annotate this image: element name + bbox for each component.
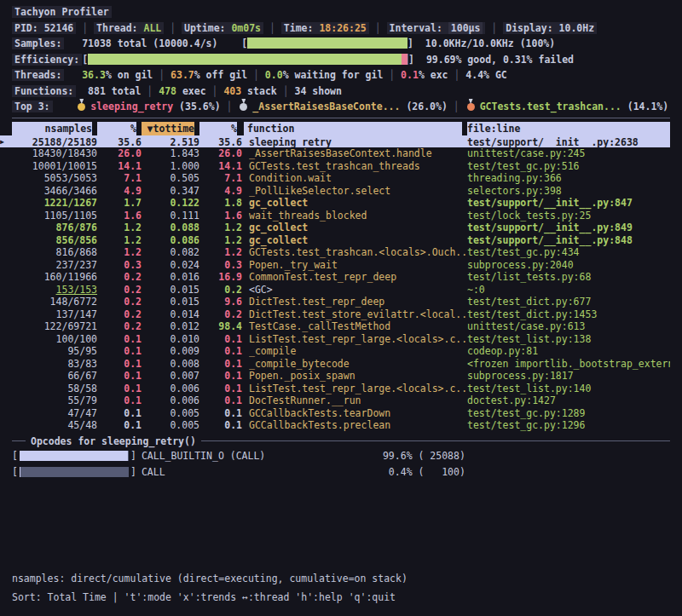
- samples-label: Samples:: [12, 37, 64, 49]
- cell-file-line: doctest.py:1427: [467, 394, 670, 407]
- table-row[interactable]: 816/8681.20.0821.2GCTests.test_trashcan.…: [0, 246, 670, 259]
- cell-tottime: 0.015: [142, 296, 199, 308]
- cell-nsamples: 25188/25189: [12, 136, 97, 148]
- cell-file-line: subprocess.py:2040: [467, 259, 670, 272]
- table-row[interactable]: 55/790.10.0060.1DocTestRunner.__rundocte…: [0, 394, 670, 407]
- footer-shortcuts: Sort: Total Time | 't':mode 'x':trends ↔…: [12, 588, 407, 607]
- table-row[interactable]: 58/580.10.0060.1ListTest.test_repr_large…: [0, 383, 670, 395]
- opcodes-rule-right: [201, 440, 670, 441]
- row-gutter: [0, 210, 12, 222]
- cell-tottime: 0.024: [142, 259, 199, 272]
- threads-line: Threads: 36.3% on gil │ 63.7% off gil │ …: [12, 67, 682, 83]
- column-header-function[interactable]: function: [244, 122, 462, 135]
- efficiency-bar-close-bracket: ]: [408, 54, 414, 66]
- cell-nsamples: 45/48: [12, 419, 97, 432]
- cell-pct-cumulative: 0.1: [199, 383, 242, 395]
- display-label: Display: 10.0Hz: [503, 22, 597, 34]
- opcode-bar: [20, 451, 129, 461]
- table-row[interactable]: 1221/12671.70.1221.8gc_collecttest/suppo…: [0, 197, 670, 210]
- thread-stat: 4.4% GC: [465, 69, 506, 81]
- cell-function: gc_collect: [249, 234, 467, 247]
- cell-nsamples: 5053/5053: [12, 172, 97, 185]
- cell-function: Popen._try_wait: [249, 259, 467, 272]
- table-row[interactable]: 95/950.10.0090.1_compilecodeop.py:81: [0, 345, 670, 358]
- table-row[interactable]: 66/670.10.0070.1Popen._posix_spawnsubpro…: [0, 370, 670, 383]
- cell-nsamples: 122/69721: [12, 320, 97, 333]
- top3-function-name: GCTests.test_trashcan...: [480, 101, 621, 112]
- efficiency-line: Efficiency:[] 99.69% good, 0.31% failed: [12, 52, 682, 68]
- cell-file-line: test/test_gc.py:434: [467, 246, 670, 259]
- row-gutter: [0, 383, 12, 395]
- column-header-file-line[interactable]: file:line: [467, 122, 670, 135]
- cell-function: DictTest.test_store_evilattr.<local...: [249, 308, 467, 321]
- table-row[interactable]: 160/119660.20.01616.9CommonTest.test_rep…: [0, 271, 670, 284]
- table-row[interactable]: 237/2370.30.0240.3Popen._try_waitsubproc…: [0, 259, 670, 272]
- cell-pct-self: 0.2: [97, 296, 142, 308]
- cell-file-line: test/test_dict.py:1453: [467, 308, 670, 321]
- cell-file-line: test/support/__init__.py:849: [467, 222, 670, 234]
- cell-function: <GC>: [249, 284, 467, 296]
- opcode-name: CALL_BUILTIN_O (CALL): [142, 448, 338, 464]
- cell-tottime: 0.122: [142, 197, 199, 210]
- column-header-tottime-sorted[interactable]: ▼tottime: [142, 122, 194, 135]
- cell-file-line: unittest/case.py:613: [467, 320, 670, 333]
- cell-function: _compile: [249, 345, 467, 358]
- cell-file-line: test/test_gc.py:1296: [467, 419, 670, 432]
- table-row[interactable]: 137/1470.20.0140.2DictTest.test_store_ev…: [0, 308, 670, 321]
- cell-file-line: codeop.py:81: [467, 345, 670, 358]
- table-row[interactable]: 148/67720.20.0159.6DictTest.test_repr_de…: [0, 296, 670, 308]
- cell-nsamples: 137/147: [12, 308, 97, 321]
- table-row[interactable]: 47/470.10.0050.1GCCallbackTests.tearDown…: [0, 407, 670, 420]
- cell-pct-cumulative: 4.9: [199, 185, 242, 198]
- cell-function: CommonTest.test_repr_deep: [249, 271, 467, 284]
- column-header-nsamples[interactable]: nsamples: [12, 122, 92, 135]
- opcodes-section-header: Opcodes for sleeping_retry(): [12, 435, 670, 448]
- cell-file-line: test/test_list.py:140: [467, 383, 670, 395]
- cell-pct-cumulative: 0.3: [199, 259, 242, 272]
- cell-pct-cumulative: 0.1: [199, 333, 242, 346]
- row-gutter: [0, 172, 12, 185]
- cell-tottime: 0.015: [142, 284, 199, 296]
- table-row[interactable]: ▶25188/2518935.62.51935.6sleeping_retryt…: [0, 135, 670, 148]
- function-table: nsamples % ▼tottime % function file:line…: [0, 122, 670, 432]
- column-header-pct-self[interactable]: %: [97, 122, 136, 135]
- table-row[interactable]: 1105/11051.60.1111.6wait_threads_blocked…: [0, 210, 670, 222]
- cell-pct-cumulative: 26.0: [199, 147, 242, 160]
- table-row[interactable]: 3466/34664.90.3474.9_PollLikeSelector.se…: [0, 185, 670, 198]
- table-row[interactable]: 856/8561.20.0861.2gc_collecttest/support…: [0, 234, 670, 247]
- thread-value: ALL: [143, 22, 161, 34]
- cell-function: gc_collect: [249, 197, 467, 210]
- table-row[interactable]: 45/480.10.0050.1GCCallbackTests.preclean…: [0, 419, 670, 432]
- table-row[interactable]: 10001/1001514.11.00014.1GCTests.test_tra…: [0, 160, 670, 173]
- cell-tottime: 0.016: [142, 271, 199, 284]
- table-row[interactable]: 153/1530.20.0150.2<GC>~:0: [0, 284, 670, 296]
- column-header-pct-cumulative[interactable]: %: [199, 122, 237, 135]
- cell-nsamples: 58/58: [12, 383, 97, 395]
- table-row[interactable]: 18430/1843026.01.84326.0_AssertRaisesBas…: [0, 147, 670, 160]
- row-gutter: [0, 407, 12, 420]
- table-row[interactable]: 122/697210.20.01298.4TestCase._callTestM…: [0, 320, 670, 333]
- footer-nsamples-hint: nsamples: direct/cumulative (direct=exec…: [12, 569, 407, 588]
- top3-function-name: sleeping_retry: [90, 101, 173, 112]
- cell-nsamples: 100/100: [12, 333, 97, 346]
- function-stat: 881 total: [88, 85, 141, 97]
- cell-function: GCTests.test_trashcan_threads: [249, 160, 467, 173]
- cell-nsamples: 876/876: [12, 222, 97, 234]
- cell-file-line: ~:0: [467, 284, 670, 296]
- cell-nsamples: 55/79: [12, 394, 97, 407]
- medal-silver-icon: [240, 103, 247, 111]
- cell-tottime: 0.082: [142, 246, 199, 259]
- cell-pct-cumulative: 1.2: [199, 222, 242, 234]
- table-row[interactable]: 83/830.10.0080.1_compile_bytecode<frozen…: [0, 358, 670, 371]
- cell-pct-cumulative: 16.9: [199, 271, 242, 284]
- table-row[interactable]: 876/8761.20.0881.2gc_collecttest/support…: [0, 222, 670, 234]
- row-gutter: [0, 271, 12, 284]
- cell-pct-cumulative: 35.6: [199, 136, 242, 148]
- cell-function: gc_collect: [249, 222, 467, 234]
- table-row[interactable]: 100/1000.10.0100.1ListTest.test_repr_lar…: [0, 333, 670, 346]
- opcode-bar: [20, 467, 129, 477]
- process-status-line: PID: 52146 │ Thread: ALL │ Uptime: 0m07s…: [12, 20, 682, 37]
- cell-pct-self: 4.9: [97, 185, 142, 198]
- uptime-value: 0m07s: [231, 22, 261, 34]
- table-row[interactable]: 5053/50537.10.5057.1Condition.waitthread…: [0, 172, 670, 185]
